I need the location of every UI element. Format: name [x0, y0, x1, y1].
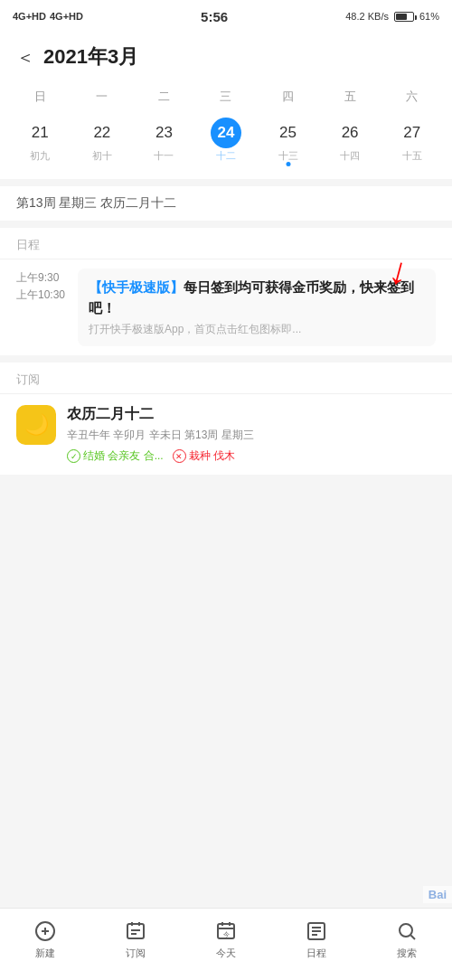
days-grid: 21 初九 22 初十 23 十一 24 十二 25 十三 26 十四 27 十…: [9, 114, 443, 166]
schedule-section: 日程 上午9:30 上午10:30 ↓ 【快手极速版】每日签到均可获得金币奖励，…: [0, 228, 452, 355]
subscription-meta: 辛丑牛年 辛卯月 辛未日 第13周 星期三: [67, 428, 436, 443]
page-title: 2021年3月: [43, 43, 138, 71]
event-card[interactable]: ↓ 【快手极速版】每日签到均可获得金币奖励，快来签到吧！ 打开快手极速版App，…: [78, 269, 436, 346]
subscription-title: 农历二月十二: [67, 405, 436, 424]
day-sub-22: 初十: [92, 149, 112, 163]
good-tag: ✓ 结婚 会亲友 合...: [67, 448, 164, 464]
subscription-label: 订阅: [0, 363, 452, 393]
header: ＜ 2021年3月: [0, 33, 452, 78]
status-bar: 4G+HD 4G+HD 5:56 48.2 KB/s 61%: [0, 0, 452, 33]
good-tag-icon: ✓: [67, 449, 80, 463]
day-num-26: 26: [334, 118, 365, 148]
event-desc: 打开快手极速版App，首页点击红包图标即...: [89, 322, 425, 337]
day-23[interactable]: 23 十一: [133, 114, 195, 166]
day-sub-26: 十四: [340, 149, 360, 163]
svg-text:今: 今: [223, 931, 230, 938]
subscription-content: 农历二月十二 辛丑牛年 辛卯月 辛未日 第13周 星期三 ✓ 结婚 会亲友 合.…: [67, 405, 436, 464]
day-num-24: 24: [211, 118, 241, 148]
weekday-tue: 二: [133, 85, 195, 108]
day-26[interactable]: 26 十四: [319, 114, 381, 166]
time-end: 上午10:30: [16, 287, 78, 303]
time-start: 上午9:30: [16, 270, 78, 286]
nav-item-search[interactable]: 搜索: [362, 919, 452, 960]
bad-tag: ✕ 栽种 伐木: [173, 448, 235, 464]
bad-tag-text: 栽种 伐木: [189, 448, 235, 464]
time-display: 5:56: [201, 9, 228, 24]
day-27[interactable]: 27 十五: [381, 114, 443, 166]
event-title: 【快手极速版】每日签到均可获得金币奖励，快来签到吧！: [89, 278, 425, 318]
day-num-27: 27: [397, 118, 428, 148]
schedule-icon: [305, 919, 328, 943]
event-title-highlight: 【快手极速版】: [89, 279, 184, 295]
day-dot-25: [286, 162, 290, 166]
data-speed: 48.2 KB/s: [345, 11, 389, 22]
weekday-sun: 日: [9, 85, 71, 108]
nav-label-today: 今天: [216, 947, 236, 960]
nav-item-schedule[interactable]: 日程: [271, 919, 362, 960]
calendar-icon: 今: [214, 919, 238, 943]
schedule-item[interactable]: 上午9:30 上午10:30 ↓ 【快手极速版】每日签到均可获得金币奖励，快来签…: [0, 259, 452, 355]
subscription-icon: 🌙: [16, 405, 56, 445]
nav-item-today[interactable]: 今 今天: [181, 919, 271, 960]
weekday-sat: 六: [381, 85, 443, 108]
day-num-21: 21: [24, 118, 55, 148]
battery-percent: 61%: [419, 11, 439, 22]
nav-label-subscribe: 订阅: [126, 947, 146, 960]
good-tag-text: 结婚 会亲友 合...: [83, 448, 164, 464]
nav-label-schedule: 日程: [306, 947, 326, 960]
battery-icon: [394, 12, 414, 22]
day-21[interactable]: 21 初九: [9, 114, 71, 166]
time-column: 上午9:30 上午10:30: [16, 269, 78, 346]
day-sub-21: 初九: [30, 149, 50, 163]
subscription-section: 订阅 🌙 农历二月十二 辛丑牛年 辛卯月 辛未日 第13周 星期三 ✓ 结婚 会…: [0, 363, 452, 475]
signal-info: 4G+HD 4G+HD: [13, 11, 83, 22]
weekday-thu: 四: [257, 85, 319, 108]
subscription-tags: ✓ 结婚 会亲友 合... ✕ 栽种 伐木: [67, 448, 436, 464]
signal2: 4G+HD: [50, 11, 83, 22]
day-sub-25: 十三: [278, 149, 298, 163]
add-icon: [33, 919, 57, 943]
nav-label-search: 搜索: [397, 947, 417, 960]
week-info: 第13周 星期三 农历二月十二: [0, 186, 452, 221]
calendar: 日 一 二 三 四 五 六 21 初九 22 初十 23 十一 24 十二 25…: [0, 78, 452, 179]
svg-line-18: [411, 936, 416, 940]
day-num-23: 23: [148, 118, 179, 148]
back-button[interactable]: ＜: [16, 45, 34, 70]
subscribe-icon: [124, 919, 147, 943]
day-num-22: 22: [87, 118, 118, 148]
day-sub-23: 十一: [154, 149, 174, 163]
nav-item-subscribe[interactable]: 订阅: [90, 919, 181, 960]
day-sub-27: 十五: [402, 149, 422, 163]
search-icon: [395, 919, 419, 943]
svg-point-17: [400, 924, 412, 937]
day-25[interactable]: 25 十三: [257, 114, 319, 166]
weekday-fri: 五: [319, 85, 381, 108]
bottom-nav: 新建 订阅 今 今天: [0, 908, 452, 980]
nav-label-new: 新建: [35, 947, 55, 960]
status-right: 48.2 KB/s 61%: [345, 11, 439, 22]
day-24[interactable]: 24 十二: [195, 114, 258, 166]
bad-tag-icon: ✕: [173, 449, 186, 463]
weekday-mon: 一: [71, 85, 134, 108]
day-num-25: 25: [273, 118, 304, 148]
watermark: Bai: [423, 886, 452, 903]
weekdays-row: 日 一 二 三 四 五 六: [9, 85, 443, 108]
weekday-wed: 三: [195, 85, 258, 108]
nav-item-new[interactable]: 新建: [0, 919, 90, 960]
signal1: 4G+HD: [13, 11, 46, 22]
subscription-item[interactable]: 🌙 农历二月十二 辛丑牛年 辛卯月 辛未日 第13周 星期三 ✓ 结婚 会亲友 …: [0, 393, 452, 475]
day-sub-24: 十二: [216, 149, 236, 163]
day-22[interactable]: 22 初十: [71, 114, 134, 166]
schedule-label: 日程: [0, 228, 452, 259]
